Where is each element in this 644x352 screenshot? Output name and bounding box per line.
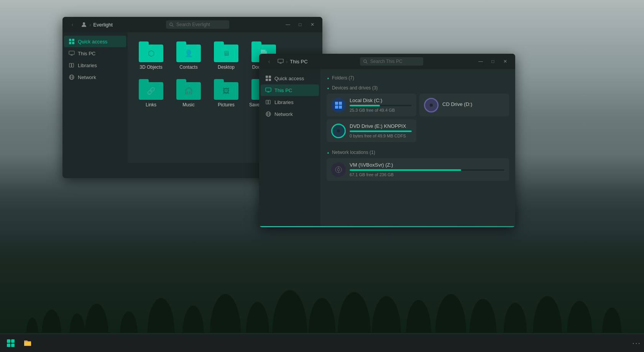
drive-bar-bg-e xyxy=(350,131,412,132)
svg-rect-34 xyxy=(7,339,10,343)
grid-icon-2 xyxy=(265,75,271,81)
path-breadcrumb: › Everlight xyxy=(81,21,113,28)
content-area-2: Folders (7) Devices and drives (3) xyxy=(320,69,515,226)
drive-bar-bg-z xyxy=(350,169,504,171)
sidebar-label-quick-access-2: Quick access xyxy=(274,76,304,81)
drive-name-d: CD Drive (D:) xyxy=(442,101,504,107)
svg-rect-17 xyxy=(269,76,271,78)
back-button[interactable]: ‹ xyxy=(67,19,78,30)
maximize-button[interactable]: □ xyxy=(295,19,306,30)
monitor-icon-3 xyxy=(265,87,271,93)
drive-bar-fill-e xyxy=(350,131,412,132)
drive-name-c: Local Disk (C:) xyxy=(350,98,412,103)
folder-label-pictures: Pictures xyxy=(218,102,234,107)
taskbar-overflow[interactable]: ··· xyxy=(632,339,641,347)
sidebar-item-this-pc-2[interactable]: This PC xyxy=(261,84,319,96)
folder-contacts[interactable]: 👤 Contacts xyxy=(171,38,206,73)
folder-icon-pictures: 🖼 xyxy=(214,79,238,100)
drive-space-z: 67.1 GB free of 236 GB xyxy=(350,172,504,177)
search-bar[interactable] xyxy=(166,20,229,29)
minimize-button[interactable]: — xyxy=(283,19,293,30)
monitor-icon-2 xyxy=(278,58,284,64)
sidebar-label-this-pc: This PC xyxy=(78,51,95,56)
search-input[interactable] xyxy=(176,22,226,27)
svg-rect-6 xyxy=(72,42,74,44)
window-this-pc: ‹ › This PC — □ ✕ xyxy=(259,54,515,227)
network-icon-2 xyxy=(265,111,271,117)
folder-icon-desktop: 🖥 xyxy=(214,41,238,62)
taskbar-files[interactable] xyxy=(20,335,35,351)
search-icon xyxy=(169,22,174,27)
drive-vm-z[interactable]: VM (\\VBoxSvr) (Z:) 67.1 GB free of 236 … xyxy=(327,158,509,181)
drive-space-e: 0 bytes free of 49.9 MB CDFS xyxy=(350,134,412,138)
folder-label-links: Links xyxy=(146,102,156,107)
svg-rect-19 xyxy=(269,79,271,81)
tree-silhouettes xyxy=(0,225,644,333)
svg-rect-27 xyxy=(339,102,342,105)
folder-desktop[interactable]: 🖥 Desktop xyxy=(209,38,243,73)
devices-section-header: Devices and drives (3) xyxy=(327,84,509,94)
folder-pictures[interactable]: 🖼 Pictures xyxy=(209,76,243,111)
drive-info-e: DVD Drive (E:) KNOPPIX 0 bytes free of 4… xyxy=(350,123,412,138)
sidebar-1: Quick access This PC Libraries xyxy=(62,32,128,163)
search-bar-2[interactable] xyxy=(360,57,423,66)
grid-icon xyxy=(69,38,75,45)
svg-rect-28 xyxy=(335,106,338,109)
svg-rect-4 xyxy=(72,39,74,41)
drive-icon-dvd xyxy=(331,124,346,138)
svg-line-15 xyxy=(366,62,367,63)
library-icon xyxy=(69,62,75,68)
sidebar-item-network-2[interactable]: Network xyxy=(261,108,319,120)
network-section: Network locations (1) xyxy=(327,148,509,181)
taskbar-logo[interactable] xyxy=(3,335,18,351)
network-icon xyxy=(69,74,75,80)
drive-name-e: DVD Drive (E:) KNOPPIX xyxy=(350,123,412,129)
drive-info-z: VM (\\VBoxSvr) (Z:) 67.1 GB free of 236 … xyxy=(350,162,504,177)
svg-line-2 xyxy=(172,25,173,26)
drive-dvd-e[interactable]: DVD Drive (E:) KNOPPIX 0 bytes free of 4… xyxy=(327,119,416,142)
svg-rect-29 xyxy=(339,106,342,109)
sidebar-item-quick-access[interactable]: Quick access xyxy=(64,36,126,47)
sidebar-item-quick-access-2[interactable]: Quick access xyxy=(261,73,319,84)
close-button[interactable]: ✕ xyxy=(307,19,318,30)
monitor-icon xyxy=(69,50,75,56)
svg-point-1 xyxy=(170,23,172,25)
folder-music[interactable]: 🎧 Music xyxy=(171,76,206,111)
folder-label-desktop: Desktop xyxy=(218,64,235,70)
sidebar-label-this-pc-2: This PC xyxy=(274,88,292,93)
svg-rect-21 xyxy=(266,100,268,104)
back-button-2[interactable]: ‹ xyxy=(264,56,274,67)
svg-rect-16 xyxy=(266,76,268,78)
sidebar-item-libraries-2[interactable]: Libraries xyxy=(261,96,319,108)
sidebar-label-network: Network xyxy=(78,74,96,80)
network-section-header: Network locations (1) xyxy=(327,148,509,158)
maximize-button-2[interactable]: □ xyxy=(488,56,498,67)
folder-3d-objects[interactable]: ⬡ 3D Objects xyxy=(134,38,168,73)
drive-local-c[interactable]: Local Disk (C:) 25.3 GB free of 49.4 GB xyxy=(327,94,416,116)
search-input-2[interactable] xyxy=(370,59,420,64)
sidebar-label-quick-access: Quick access xyxy=(78,39,107,45)
svg-point-31 xyxy=(337,169,340,171)
sidebar-item-this-pc[interactable]: This PC xyxy=(64,48,126,59)
folder-links[interactable]: 🔗 Links xyxy=(134,76,168,111)
sidebar-item-network[interactable]: Network xyxy=(64,71,126,83)
titlebar-this-pc: ‹ › This PC — □ ✕ xyxy=(259,54,515,69)
window-controls-1: — □ ✕ xyxy=(283,19,318,30)
folders-section-header: Folders (7) xyxy=(327,74,509,84)
folder-label-contacts: Contacts xyxy=(179,64,197,70)
folder-icon-3d: ⬡ xyxy=(139,41,163,62)
drive-icon-cd xyxy=(424,98,439,112)
sidebar-item-libraries[interactable]: Libraries xyxy=(64,59,126,71)
content-layout-2: Quick access This PC Libraries xyxy=(259,69,515,226)
drive-bar-fill-z xyxy=(350,169,461,171)
minimize-button-2[interactable]: — xyxy=(475,56,486,67)
folder-icon-contacts: 👤 xyxy=(176,41,201,62)
taskbar: ··· xyxy=(0,334,644,352)
drive-bar-fill-c xyxy=(350,105,380,106)
drive-bar-bg-c xyxy=(350,105,412,106)
svg-rect-22 xyxy=(268,100,270,104)
svg-rect-20 xyxy=(266,88,271,91)
drive-cd-d[interactable]: CD Drive (D:) xyxy=(419,94,509,116)
close-button-2[interactable]: ✕ xyxy=(500,56,511,67)
library-icon-2 xyxy=(265,99,271,105)
